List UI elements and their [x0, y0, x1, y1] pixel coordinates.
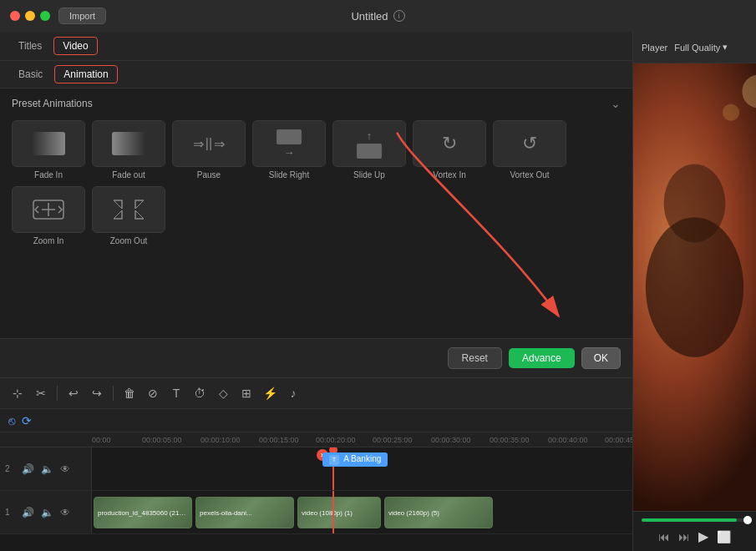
- track-mute-icon-1[interactable]: 🔈: [39, 505, 55, 520]
- anim-fade-in[interactable]: Fade In: [12, 120, 85, 179]
- timeline-area: ⎋ ⟳ 00:00 00:00:05:00 00:00:10:00 00:00:…: [0, 409, 632, 551]
- ruler-mark-7: 00:00:35:00: [490, 436, 530, 444]
- svg-point-13: [664, 164, 726, 243]
- main-tabs: Titles Video: [0, 32, 632, 61]
- track-audio-icon-2[interactable]: 🔊: [20, 462, 36, 477]
- anim-label-slide-up: Slide Up: [353, 170, 385, 179]
- svg-line-5: [114, 210, 122, 219]
- ruler-mark-9: 00:00:45:00: [605, 436, 632, 444]
- anim-label-fade-in: Fade In: [34, 170, 63, 179]
- anim-label-zoom-in: Zoom In: [33, 236, 64, 245]
- ruler-marks: 00:00 00:00:05:00 00:00:10:00 00:00:15:0…: [92, 432, 632, 447]
- anim-thumb-zoom-out: [92, 186, 165, 233]
- maximize-button[interactable]: [40, 11, 50, 21]
- anim-thumb-slide-up: ↑: [332, 120, 406, 167]
- quality-label: Full Quality: [674, 43, 720, 53]
- anim-thumb-vortex-in: ↻: [413, 120, 486, 167]
- ruler-mark-4: 00:00:20:00: [316, 436, 356, 444]
- clip-2[interactable]: pexels-oila-dani...: [195, 497, 294, 528]
- anim-zoom-out[interactable]: Zoom Out: [92, 186, 165, 245]
- anim-slide-right[interactable]: → Slide Right: [252, 120, 326, 179]
- left-panel: Titles Video Basic Animation Preset Anim…: [0, 32, 632, 551]
- ruler-mark-2: 00:00:10:00: [200, 436, 241, 444]
- track-num-1: 1: [5, 508, 17, 517]
- chevron-down-icon[interactable]: ⌄: [611, 97, 621, 110]
- close-button[interactable]: [10, 11, 20, 21]
- tool-split[interactable]: ⊘: [144, 384, 162, 402]
- clip-1[interactable]: production_id_4835060 (2160p: [94, 497, 192, 528]
- player-image: [633, 63, 756, 511]
- timeline-loop-icon[interactable]: ⟳: [22, 414, 32, 427]
- player-buttons: ⏮ ⏭ ▶ ⬜: [642, 528, 748, 544]
- anim-thumb-slide-right: →: [252, 120, 326, 167]
- toolbar-separator-1: [57, 386, 58, 401]
- svg-line-3: [114, 200, 122, 209]
- subtab-basic[interactable]: Basic: [10, 66, 51, 83]
- tool-undo[interactable]: ↩: [64, 384, 83, 402]
- anim-thumb-zoom-in: [12, 186, 85, 233]
- player-play-button[interactable]: ▶: [698, 528, 708, 544]
- track-controls-2: 2 🔊 🔈 👁: [0, 447, 92, 490]
- panel-header: Preset Animations ⌄: [12, 97, 621, 110]
- anim-label-vortex-out: Vortex Out: [510, 170, 549, 179]
- track-mute-icon-2[interactable]: 🔈: [39, 462, 55, 477]
- player-step-back-button[interactable]: ⏭: [678, 530, 690, 543]
- track-row-2: 2 🔊 🔈 👁 T A Banking: [0, 447, 632, 491]
- anim-label-zoom-out: Zoom Out: [110, 236, 147, 245]
- annotation-label[interactable]: T A Banking: [322, 452, 388, 467]
- chevron-down-icon: ▾: [723, 42, 728, 53]
- svg-line-4: [135, 200, 144, 209]
- tool-delete[interactable]: 🗑: [120, 384, 139, 402]
- anim-vortex-out[interactable]: ↺ Vortex Out: [493, 120, 566, 179]
- minimize-button[interactable]: [25, 11, 35, 21]
- tool-speed[interactable]: ⚡: [261, 384, 279, 402]
- info-icon[interactable]: i: [393, 10, 405, 22]
- tool-adjust[interactable]: ⊞: [237, 384, 256, 402]
- ruler-mark-5: 00:00:25:00: [373, 436, 413, 444]
- tool-audio[interactable]: ♪: [284, 384, 302, 402]
- anim-pause[interactable]: ⇒||⇒ Pause: [172, 120, 246, 179]
- track-eye-icon-2[interactable]: 👁: [58, 462, 72, 477]
- anim-thumb-pause: ⇒||⇒: [172, 120, 246, 167]
- reset-button[interactable]: Reset: [448, 347, 502, 369]
- clip-3[interactable]: video (1080p) (1): [297, 497, 381, 528]
- tool-cut[interactable]: ✂: [32, 384, 50, 402]
- player-fullscreen-button[interactable]: ⬜: [717, 530, 731, 543]
- import-button[interactable]: Import: [58, 8, 106, 24]
- anim-fade-out[interactable]: Fade out: [92, 120, 165, 179]
- player-progress-thumb[interactable]: [743, 516, 752, 524]
- track-audio-icon-1[interactable]: 🔊: [20, 505, 36, 520]
- tool-redo[interactable]: ↪: [88, 384, 106, 402]
- track-content-1: production_id_4835060 (2160p pexels-oila…: [92, 491, 632, 533]
- track-content-2: T A Banking ✕: [92, 447, 632, 490]
- tab-video[interactable]: Video: [53, 37, 97, 55]
- tool-select[interactable]: ⊹: [8, 384, 27, 402]
- right-panel: Player Full Quality ▾: [632, 32, 756, 551]
- tab-titles[interactable]: Titles: [10, 38, 50, 54]
- track-row-1: 1 🔊 🔈 👁 production_id_4835060 (2160p pex…: [0, 491, 632, 534]
- subtab-animation[interactable]: Animation: [54, 65, 117, 83]
- annotation-type-icon: T: [329, 455, 339, 465]
- anim-thumb-fade-out: [92, 120, 165, 167]
- player-prev-frame-button[interactable]: ⏮: [658, 530, 670, 543]
- tool-shape[interactable]: ◇: [214, 384, 232, 402]
- tool-text[interactable]: T: [167, 384, 185, 402]
- clip-4[interactable]: video (2160p) (5): [384, 497, 493, 528]
- svg-point-10: [723, 104, 739, 121]
- anim-vortex-in[interactable]: ↻ Vortex In: [413, 120, 486, 179]
- player-controls-area: ⏮ ⏭ ▶ ⬜: [633, 511, 756, 551]
- anim-slide-up[interactable]: ↑ Slide Up: [332, 120, 406, 179]
- anim-zoom-in[interactable]: Zoom In: [12, 186, 85, 245]
- advance-button[interactable]: Advance: [509, 348, 575, 368]
- traffic-lights: [10, 11, 50, 21]
- player-label: Player: [642, 43, 667, 53]
- toolbar: ⊹ ✂ ↩ ↪ 🗑 ⊘ T ⏱ ◇ ⊞ ⚡ ♪: [0, 377, 632, 409]
- track-eye-icon-1[interactable]: 👁: [58, 505, 72, 520]
- clip-label-4: video (2160p) (5): [388, 509, 439, 517]
- player-progress-bar[interactable]: [642, 518, 748, 522]
- ok-button[interactable]: OK: [581, 347, 621, 369]
- tool-timer[interactable]: ⏱: [190, 384, 209, 402]
- timeline-link-icon[interactable]: ⎋: [8, 414, 15, 427]
- ruler-mark-0: 00:00: [92, 436, 111, 444]
- quality-dropdown[interactable]: Full Quality ▾: [674, 42, 728, 53]
